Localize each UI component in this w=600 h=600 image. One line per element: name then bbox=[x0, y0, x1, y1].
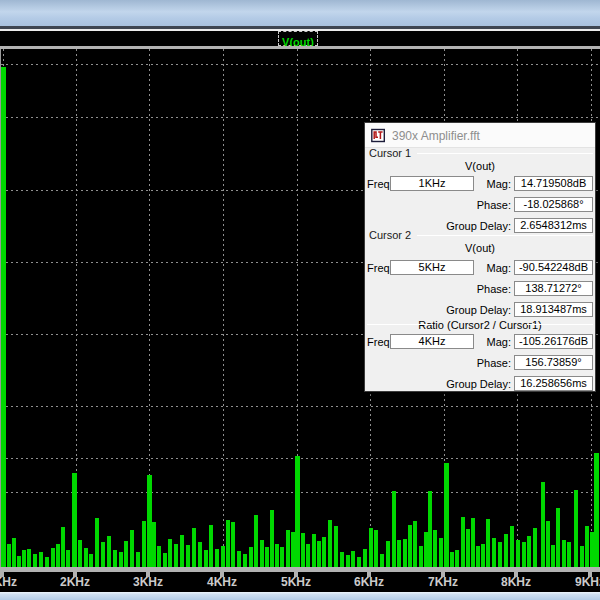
grid-line-horizontal bbox=[1, 117, 600, 118]
fft-bar bbox=[12, 538, 16, 567]
fft-bar bbox=[1, 67, 6, 567]
fft-bar bbox=[186, 545, 190, 567]
cursor2-phase-label: Phase: bbox=[405, 283, 511, 295]
grid-line-horizontal bbox=[1, 406, 600, 407]
fft-bar bbox=[157, 546, 161, 567]
fft-bar bbox=[45, 557, 49, 567]
cursor-dialog-titlebar[interactable]: 390x Amplifier.fft bbox=[365, 123, 595, 148]
trace-label-vout[interactable]: V(out) bbox=[278, 31, 318, 46]
fft-bar bbox=[66, 550, 70, 567]
fft-bar bbox=[546, 521, 550, 567]
fft-bar bbox=[226, 520, 230, 567]
grid-line-horizontal bbox=[1, 458, 600, 459]
ratio-groupdelay-value: 16.258656ms bbox=[514, 376, 593, 391]
fft-bar bbox=[492, 538, 496, 567]
section-label-cursor1: Cursor 1 bbox=[369, 147, 411, 159]
fft-bar bbox=[574, 490, 578, 567]
fft-bar bbox=[33, 554, 37, 567]
cursor2-groupdelay-value: 18.913487ms bbox=[514, 302, 593, 317]
fft-bar bbox=[392, 491, 396, 567]
x-axis-tick-label: 7KHz bbox=[428, 575, 458, 589]
x-axis-tick-label: 5KHz bbox=[281, 575, 311, 589]
ratio-groupdelay-label: Group Delay: bbox=[405, 378, 511, 390]
fft-bar bbox=[397, 540, 401, 567]
fft-bar bbox=[527, 536, 531, 567]
fft-bar bbox=[22, 550, 26, 567]
fft-bar bbox=[17, 556, 21, 567]
fft-bar bbox=[72, 473, 77, 567]
fft-bar bbox=[286, 530, 290, 567]
fft-bar bbox=[386, 541, 390, 567]
section-label-ratio: Ratio (Cursor2 / Cursor1) bbox=[365, 319, 595, 331]
cursor2-mag-label: Mag: bbox=[405, 262, 511, 274]
fft-bar bbox=[504, 534, 508, 567]
fft-bar bbox=[180, 535, 184, 567]
fft-bar bbox=[124, 541, 128, 567]
fft-bar bbox=[346, 555, 350, 567]
fft-bar bbox=[567, 542, 571, 567]
fft-bar bbox=[317, 541, 321, 567]
cursor-dialog: 390x Amplifier.fft Cursor 1 V(out) Freq:… bbox=[364, 122, 596, 392]
fft-bar bbox=[39, 552, 43, 567]
fft-bar bbox=[142, 521, 146, 567]
cursor2-freq-label: Freq: bbox=[367, 262, 389, 274]
x-axis-tick-label: 3KHz bbox=[133, 575, 163, 589]
fft-bar bbox=[380, 554, 384, 567]
x-axis-tick-label: 6KHz bbox=[354, 575, 384, 589]
cursor-dialog-title: 390x Amplifier.fft bbox=[392, 129, 480, 143]
fft-bar bbox=[476, 546, 480, 567]
cursor1-mag-value: 14.719508dB bbox=[514, 176, 593, 191]
cursor1-phase-label: Phase: bbox=[405, 199, 511, 211]
fft-bar bbox=[301, 533, 305, 567]
fft-bar bbox=[556, 508, 560, 567]
cursor1-trace-name: V(out) bbox=[365, 160, 595, 172]
fft-bar bbox=[428, 491, 432, 567]
grid-line-horizontal bbox=[1, 492, 600, 493]
grid-line-horizontal bbox=[1, 64, 600, 65]
fft-bar bbox=[107, 536, 111, 567]
fft-bar bbox=[56, 544, 60, 567]
fft-bar bbox=[295, 456, 300, 567]
fft-bar bbox=[551, 545, 555, 567]
fft-bar bbox=[61, 527, 65, 567]
fft-bar bbox=[594, 453, 599, 567]
fft-bar bbox=[328, 520, 332, 567]
cursor2-groupdelay-label: Group Delay: bbox=[405, 304, 511, 316]
fft-bar bbox=[119, 552, 123, 567]
groupbox-line bbox=[527, 324, 593, 325]
fft-bar bbox=[369, 528, 373, 567]
fft-bar bbox=[95, 518, 99, 567]
fft-bar bbox=[351, 551, 355, 567]
x-axis-tick-label: 1KHz bbox=[0, 575, 17, 589]
fft-bar bbox=[340, 552, 344, 567]
fft-bar bbox=[481, 544, 485, 567]
x-axis-tick-label: 9KHz bbox=[575, 575, 600, 589]
fft-bar bbox=[280, 547, 284, 567]
fft-bar bbox=[27, 549, 31, 567]
ltspice-fft-window: V(out) 1KHz2KHz3KHz4KHz5KHz6KHz7KHz8KHz9… bbox=[0, 0, 600, 600]
fft-bar bbox=[209, 525, 213, 567]
fft-bar bbox=[516, 540, 520, 567]
fft-bar bbox=[541, 482, 545, 567]
cursor1-groupdelay-label: Group Delay: bbox=[405, 220, 511, 232]
grid-line-vertical bbox=[223, 49, 224, 567]
fft-bar bbox=[249, 547, 253, 567]
fft-bar bbox=[322, 537, 326, 567]
fft-bar bbox=[198, 542, 202, 567]
fft-bar bbox=[312, 534, 316, 567]
ratio-mag-label: Mag: bbox=[405, 336, 511, 348]
fft-bar bbox=[152, 522, 156, 567]
ratio-freq-label: Freq: bbox=[367, 336, 389, 348]
fft-bar bbox=[237, 551, 241, 567]
fft-bar bbox=[265, 547, 269, 567]
fft-bar bbox=[275, 544, 279, 567]
ratio-phase-label: Phase: bbox=[405, 357, 511, 369]
cursor2-mag-value: -90.542248dB bbox=[514, 260, 593, 275]
fft-bar bbox=[306, 544, 310, 567]
window-titlebar[interactable] bbox=[0, 0, 600, 26]
fft-bar bbox=[413, 521, 417, 567]
fft-bar bbox=[357, 557, 361, 567]
fft-bar bbox=[461, 517, 465, 567]
fft-bar bbox=[533, 528, 537, 567]
fft-bar bbox=[254, 515, 258, 567]
